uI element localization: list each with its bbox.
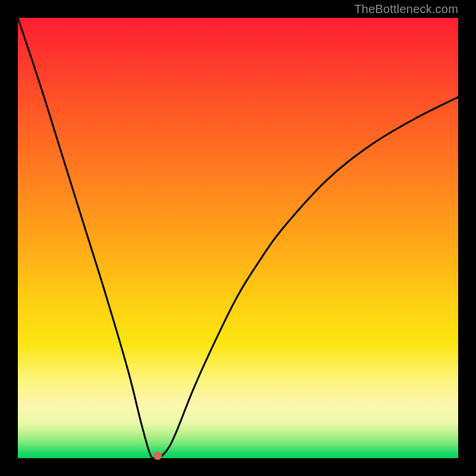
watermark-text: TheBottleneck.com xyxy=(354,2,458,16)
plot-area xyxy=(18,18,458,458)
curve-layer xyxy=(18,18,458,458)
bottleneck-curve xyxy=(18,18,458,459)
chart-container: TheBottleneck.com xyxy=(0,0,476,476)
optimum-marker xyxy=(154,452,162,460)
